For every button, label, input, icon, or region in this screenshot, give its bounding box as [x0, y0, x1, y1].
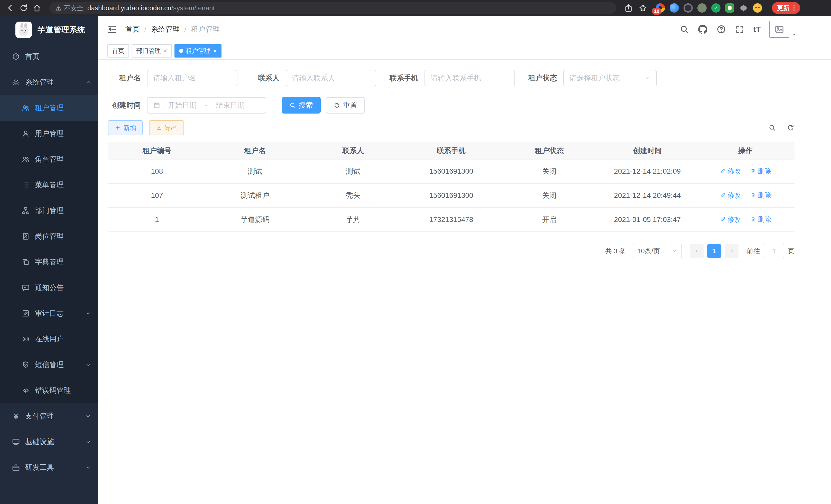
delete-link[interactable]: 删除: [750, 215, 771, 224]
page-size-select[interactable]: 10条/页: [633, 244, 682, 258]
chevron-right-icon: [728, 248, 735, 254]
delete-label: 删除: [758, 215, 771, 224]
extension-green-square-icon[interactable]: [725, 3, 735, 12]
extension-olive-icon[interactable]: [697, 3, 707, 12]
avatar-caret-icon[interactable]: [792, 32, 797, 37]
phone-field[interactable]: [431, 74, 509, 82]
refresh-table-icon[interactable]: [787, 124, 795, 131]
id-badge-icon: [22, 232, 30, 240]
page-1-button[interactable]: 1: [707, 244, 721, 258]
user-avatar[interactable]: [769, 21, 797, 38]
help-icon[interactable]: [716, 24, 726, 34]
browser-update-button[interactable]: 更新: [772, 2, 800, 14]
chevron-down-icon: [672, 248, 677, 254]
breadcrumb-system[interactable]: 系统管理: [151, 24, 180, 34]
chevron-down-icon: [644, 75, 651, 81]
app-logo[interactable]: 芋道管理系统: [0, 16, 98, 44]
extension-globe-icon[interactable]: [684, 3, 693, 12]
browser-menu-icon[interactable]: [791, 4, 798, 11]
export-button[interactable]: 导出: [149, 120, 184, 135]
fullscreen-icon[interactable]: [735, 24, 745, 34]
sidebar-item-tenant[interactable]: 租户管理: [0, 95, 98, 121]
extension-blue-icon[interactable]: [670, 3, 679, 12]
edit-link[interactable]: 修改: [720, 167, 741, 176]
contact-field[interactable]: [292, 74, 370, 82]
url-path[interactable]: /system/tenant: [171, 4, 215, 12]
close-icon[interactable]: ×: [164, 48, 167, 54]
sidebar-item-dict[interactable]: 字典管理: [0, 249, 98, 275]
avatar-image-box[interactable]: [769, 21, 790, 38]
search-button[interactable]: 搜索: [282, 97, 321, 114]
profile-avatar-icon[interactable]: [753, 3, 762, 12]
header-search-icon[interactable]: [679, 24, 689, 34]
sidebar-item-post[interactable]: 岗位管理: [0, 224, 98, 249]
reset-button[interactable]: 重置: [326, 97, 365, 114]
address-bar[interactable]: 不安全 dashboard.yudao.iocoder.cn/system/te…: [49, 2, 616, 14]
status-select[interactable]: 请选择租户状态: [563, 70, 657, 86]
sidebar-item-dev-tools[interactable]: 研发工具: [0, 455, 98, 480]
next-page-button[interactable]: [725, 244, 739, 258]
sidebar-item-notice[interactable]: 通知公告: [0, 275, 98, 301]
dictionary-icon: [22, 258, 30, 266]
collapse-sidebar-icon[interactable]: [107, 24, 118, 35]
extension-colorful-icon[interactable]: 10: [656, 3, 665, 12]
github-icon[interactable]: [698, 24, 708, 34]
sidebar-item-audit-log[interactable]: 审计日志: [0, 301, 98, 326]
tab-tenant[interactable]: 租户管理 ×: [174, 44, 222, 58]
edit-link[interactable]: 修改: [720, 191, 741, 200]
tab-dept[interactable]: 部门管理 ×: [132, 44, 172, 58]
status-select-placeholder: 请选择租户状态: [569, 73, 620, 83]
toggle-search-icon[interactable]: [768, 124, 776, 131]
tenant-name-input[interactable]: [147, 70, 237, 86]
sidebar-item-system[interactable]: 系统管理: [0, 69, 98, 95]
sidebar-item-dept[interactable]: 部门管理: [0, 198, 98, 224]
sidebar-item-label: 研发工具: [25, 463, 54, 472]
goto-unit: 页: [788, 246, 795, 256]
phone-input[interactable]: [425, 70, 515, 86]
browser-reload-icon[interactable]: [19, 3, 28, 12]
gear-icon: [12, 78, 20, 86]
goto-page-input[interactable]: [764, 244, 784, 258]
add-button[interactable]: 新增: [108, 120, 143, 135]
sidebar-item-error-code[interactable]: 错误码管理: [0, 378, 98, 403]
cell-contact: 秃头: [304, 183, 402, 208]
edit-link[interactable]: 修改: [720, 215, 741, 224]
sidebar-item-label: 通知公告: [35, 283, 64, 293]
tab-label: 部门管理: [136, 47, 161, 55]
extensions-puzzle-icon[interactable]: [739, 3, 748, 12]
font-size-icon[interactable]: tT: [753, 25, 761, 33]
sidebar-item-label: 角色管理: [35, 154, 64, 164]
tab-label: 租户管理: [186, 47, 210, 55]
browser-back-icon[interactable]: [6, 3, 15, 12]
search-icon: [289, 102, 296, 109]
delete-link[interactable]: 删除: [750, 167, 771, 176]
prev-page-button[interactable]: [690, 244, 704, 258]
pagination-total: 共 3 条: [605, 246, 626, 256]
create-time-range-picker[interactable]: -: [147, 97, 266, 114]
share-icon[interactable]: [624, 3, 633, 12]
sidebar-item-home[interactable]: 首页: [0, 44, 98, 69]
tab-home[interactable]: 首页: [107, 44, 129, 58]
tenant-name-field[interactable]: [153, 74, 231, 82]
sidebar-item-user[interactable]: 用户管理: [0, 121, 98, 146]
url-domain[interactable]: dashboard.yudao.iocoder.cn: [87, 4, 171, 12]
sidebar-item-infra[interactable]: 基础设施: [0, 429, 98, 455]
sidebar-item-pay[interactable]: ¥ 支付管理: [0, 403, 98, 429]
start-date-field[interactable]: [163, 101, 201, 110]
sidebar-item-sms[interactable]: 短信管理: [0, 352, 98, 378]
security-warning-icon[interactable]: [55, 5, 62, 11]
org-tree-icon: [22, 207, 30, 215]
sidebar-item-online-user[interactable]: 在线用户: [0, 326, 98, 352]
sidebar-item-menu[interactable]: 菜单管理: [0, 172, 98, 198]
sidebar-item-role[interactable]: 角色管理: [0, 146, 98, 172]
delete-link[interactable]: 删除: [750, 191, 771, 200]
contact-input[interactable]: [286, 70, 376, 86]
browser-home-icon[interactable]: [32, 3, 41, 12]
security-warning-label[interactable]: 不安全: [64, 4, 83, 12]
bookmark-star-icon[interactable]: [638, 3, 648, 12]
end-date-field[interactable]: [211, 101, 250, 110]
url-text[interactable]: dashboard.yudao.iocoder.cn/system/tenant: [87, 4, 215, 12]
extension-check-icon[interactable]: [711, 3, 720, 12]
breadcrumb-home[interactable]: 首页: [125, 24, 140, 34]
close-icon[interactable]: ×: [213, 48, 217, 54]
